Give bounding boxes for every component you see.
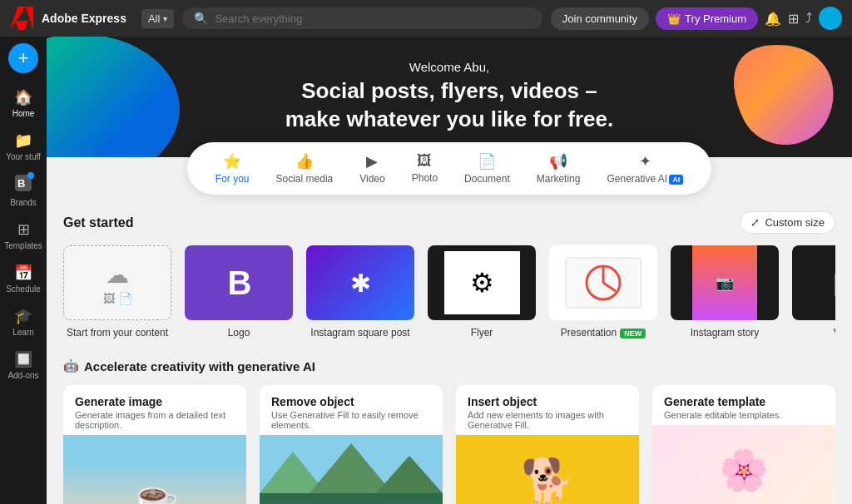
hero-deco-right [686, 37, 852, 157]
ai-card-template-desc: Generate editable templates. [664, 410, 824, 420]
ai-card-insert-desc: Add new elements to images with Generati… [468, 410, 627, 430]
template-item-presentation[interactable]: PresentationNEW [549, 245, 657, 338]
template-label-story: Instagram story [691, 327, 760, 338]
sidebar-item-add-ons[interactable]: 🔲 Add-ons [2, 345, 44, 385]
add-ons-icon: 🔲 [14, 350, 32, 368]
calendar-icon: 📅 [14, 264, 32, 282]
image-icon: 🖼 [103, 292, 115, 305]
tab-photo-label: Photo [412, 172, 438, 184]
notifications-icon[interactable]: 🔔 [765, 11, 781, 27]
hero-text: Welcome Abu, Social posts, flyers, video… [285, 60, 614, 134]
ai-card-insert-object[interactable]: Insert object Add new elements to images… [456, 385, 639, 504]
main-content: Welcome Abu, Social posts, flyers, video… [47, 37, 852, 504]
tab-marketing[interactable]: 📢 Marketing [525, 147, 592, 190]
app-name: Adobe Express [42, 12, 126, 25]
template-thumb-logo: B [185, 245, 293, 320]
try-premium-label: Try Premium [685, 12, 746, 25]
sidebar-item-learn[interactable]: 🎓 Learn [2, 302, 44, 342]
document-icon: 📄 [478, 152, 496, 170]
tab-photo[interactable]: 🖼 Photo [400, 147, 449, 190]
template-thumb-start: ☁ 🖼 📄 [63, 245, 171, 320]
template-item-instagram[interactable]: ✱ Instagram square post [306, 245, 414, 338]
join-community-button[interactable]: Join community [551, 7, 649, 30]
svg-marker-1 [26, 7, 33, 30]
search-category-label: All [148, 12, 160, 25]
tab-generative-ai[interactable]: ✦ Generative AIAI [595, 147, 695, 190]
try-premium-button[interactable]: 👑 Try Premium [656, 7, 758, 30]
template-thumb-instagram: ✱ [306, 245, 414, 320]
tab-social-media-label: Social media [276, 173, 334, 185]
template-thumb-pres [549, 245, 657, 320]
thumbs-up-icon: 👍 [295, 152, 314, 170]
ai-sparkle-icon: ✦ [639, 152, 651, 170]
category-tabs-wrap: ⭐ For you 👍 Social media ▶ Video 🖼 Photo… [47, 142, 852, 195]
template-item-video[interactable]: ▶ Video [792, 245, 835, 338]
grid-icon[interactable]: ⊞ [788, 11, 799, 27]
tab-social-media[interactable]: 👍 Social media [265, 147, 345, 190]
sidebar: + 🏠 Home 📁 Your stuff B Brands ⊞ Templat… [0, 37, 47, 504]
template-label-video: Video [834, 327, 835, 338]
create-button[interactable]: + [8, 43, 38, 73]
sidebar-item-brands[interactable]: B Brands [2, 170, 44, 212]
brands-icon: B [15, 175, 32, 195]
tab-video-label: Video [359, 173, 384, 185]
template-scroll: ☁ 🖼 📄 Start from your content B [63, 245, 835, 345]
sidebar-item-schedule[interactable]: 📅 Schedule [2, 259, 44, 299]
search-input[interactable] [215, 12, 530, 25]
tab-marketing-label: Marketing [537, 173, 581, 185]
search-bar[interactable]: 🔍 [182, 7, 542, 29]
ai-card-remove-object[interactable]: Remove object Use Generative Fill to eas… [260, 385, 443, 504]
custom-size-label: Custom size [765, 216, 825, 229]
template-label-start: Start from your content [67, 327, 168, 338]
sidebar-brands-label: Brands [10, 198, 37, 207]
sidebar-your-stuff-label: Your stuff [6, 152, 41, 161]
hero-welcome: Welcome Abu, [285, 60, 614, 74]
sidebar-item-home[interactable]: 🏠 Home [2, 83, 44, 123]
search-category-dropdown[interactable]: All ▾ [141, 9, 174, 28]
adobe-logo [10, 7, 33, 30]
tab-document[interactable]: 📄 Document [453, 147, 522, 190]
template-item-flyer[interactable]: ⚙ Flyer [428, 245, 536, 338]
share-icon[interactable]: ⤴ [805, 11, 812, 26]
chevron-down-icon: ▾ [163, 14, 167, 23]
template-item-start[interactable]: ☁ 🖼 📄 Start from your content [63, 245, 171, 338]
tab-for-you[interactable]: ⭐ For you [204, 147, 261, 190]
ai-card-generate-image[interactable]: Generate image Generate images from a de… [63, 385, 246, 504]
avatar[interactable] [819, 7, 842, 30]
ai-card-generate-desc: Generate images from a detailed text des… [75, 410, 235, 430]
hero-deco-shape [694, 37, 844, 153]
get-started-header: Get started ⤢ Custom size [63, 211, 835, 234]
ai-section-icon: 🤖 [63, 358, 79, 373]
star-icon: ⭐ [223, 152, 241, 170]
sidebar-templates-label: Templates [4, 241, 42, 250]
story-icon: 📷 [716, 274, 734, 292]
lake-image [260, 435, 443, 504]
template-item-logo[interactable]: B Logo [185, 245, 293, 338]
sidebar-item-templates[interactable]: ⊞ Templates [2, 215, 44, 255]
template-item-story[interactable]: 📷 Instagram story [671, 245, 779, 338]
custom-size-button[interactable]: ⤢ Custom size [740, 211, 835, 234]
video-play-icon: ▶ [835, 265, 835, 300]
tab-video[interactable]: ▶ Video [348, 147, 396, 190]
ai-card-insert-title: Insert object [468, 395, 627, 408]
ai-card-generate-template[interactable]: Generate template Generate editable temp… [652, 385, 835, 504]
tab-for-you-label: For you [215, 173, 250, 185]
ai-section: 🤖 Accelerate creativity with generative … [47, 345, 852, 504]
search-icon: 🔍 [194, 12, 208, 25]
svg-rect-14 [260, 493, 443, 504]
coffee-image: ☕ [63, 435, 246, 504]
ai-card-generate-title: Generate image [75, 395, 235, 408]
resize-icon: ⤢ [750, 216, 760, 229]
get-started-title: Get started [63, 215, 133, 230]
ai-card-template-title: Generate template [664, 395, 824, 408]
ai-section-title: 🤖 Accelerate creativity with generative … [63, 358, 835, 373]
sidebar-item-your-stuff[interactable]: 📁 Your stuff [2, 126, 44, 166]
crown-icon: 👑 [667, 12, 681, 25]
play-icon: ▶ [366, 152, 378, 170]
template-label-logo: Logo [228, 327, 250, 338]
sidebar-schedule-label: Schedule [6, 284, 41, 294]
template-thumb-video: ▶ [792, 245, 835, 320]
template-thumb-flyer: ⚙ [428, 245, 536, 320]
instagram-icon: ✱ [350, 269, 371, 298]
ai-cards: Generate image Generate images from a de… [63, 385, 835, 504]
